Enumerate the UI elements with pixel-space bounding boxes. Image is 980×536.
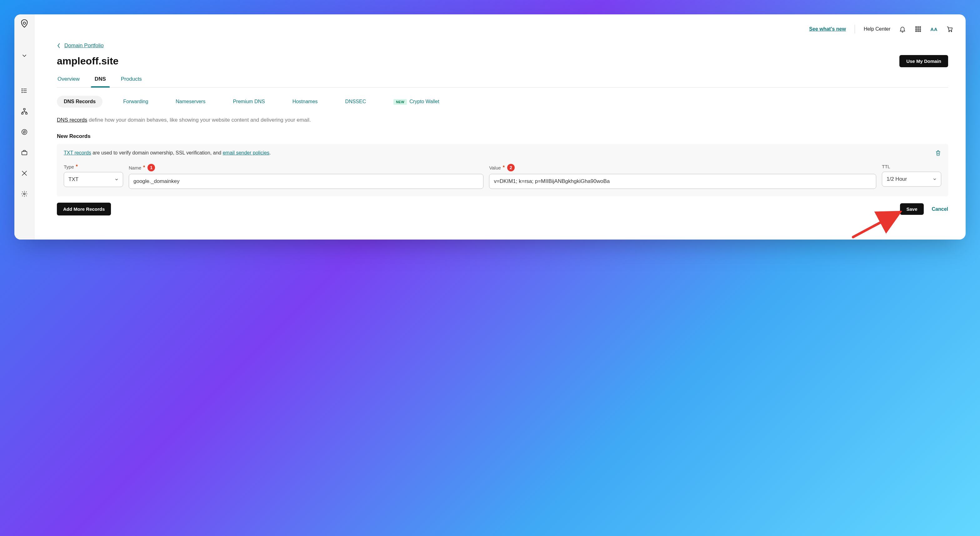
name-required-marker: * [143, 165, 145, 171]
value-label: Value [489, 165, 501, 171]
txt-info-end: . [269, 150, 270, 155]
add-more-records-button[interactable]: Add More Records [57, 203, 111, 215]
tools-icon[interactable] [17, 166, 32, 181]
briefcase-icon[interactable] [17, 145, 32, 160]
subtab-forwarding[interactable]: Forwarding [116, 96, 155, 108]
page-title: ampleoff.site [57, 55, 118, 67]
cancel-button[interactable]: Cancel [932, 206, 948, 212]
svg-point-13 [918, 27, 919, 28]
cart-icon[interactable] [946, 26, 953, 32]
left-rail [14, 14, 34, 239]
chevron-down-icon[interactable] [17, 48, 32, 63]
trash-icon [935, 150, 941, 156]
breadcrumb[interactable]: Domain Portfolio [57, 43, 948, 49]
subtab-crypto-wallet-label: Crypto Wallet [409, 99, 439, 104]
svg-point-14 [920, 27, 921, 28]
svg-rect-10 [22, 152, 27, 155]
subtab-hostnames[interactable]: Hostnames [286, 96, 325, 108]
svg-point-9 [22, 129, 27, 135]
subtab-premium-dns[interactable]: Premium DNS [226, 96, 272, 108]
svg-point-3 [22, 89, 22, 89]
tab-dns[interactable]: DNS [94, 76, 107, 87]
subtab-crypto-wallet[interactable]: NEWCrypto Wallet [387, 96, 446, 108]
callout-badge-2: 2 [507, 164, 515, 171]
godaddy-logo-icon [20, 19, 29, 28]
new-badge: NEW [393, 99, 407, 105]
sitemap-icon[interactable] [17, 104, 32, 119]
subtab-nameservers[interactable]: Nameservers [169, 96, 212, 108]
new-record-card: TXT records are used to verify domain ow… [57, 144, 948, 196]
txt-records-link[interactable]: TXT records [64, 150, 91, 155]
value-input[interactable] [489, 174, 876, 189]
email-policies-link[interactable]: email sender policies [223, 150, 269, 155]
type-label: Type [64, 164, 74, 169]
dns-records-help-link[interactable]: DNS records [57, 117, 87, 123]
svg-point-16 [918, 29, 919, 30]
chevron-left-icon [57, 43, 60, 48]
svg-point-15 [916, 29, 917, 30]
dns-records-description: DNS records define how your domain behav… [57, 117, 948, 123]
svg-point-17 [920, 29, 921, 30]
gear-icon[interactable] [17, 187, 32, 201]
txt-records-info: TXT records are used to verify domain ow… [64, 150, 941, 156]
tab-overview[interactable]: Overview [57, 76, 80, 87]
tab-products[interactable]: Products [120, 76, 143, 87]
svg-point-20 [920, 31, 921, 32]
delete-record-button[interactable] [935, 150, 941, 158]
sub-tabs: DNS Records Forwarding Nameservers Premi… [57, 96, 948, 108]
whats-new-link[interactable]: See what's new [809, 26, 846, 32]
save-button[interactable]: Save [900, 203, 923, 215]
name-label: Name [129, 165, 141, 171]
svg-rect-8 [25, 113, 27, 115]
svg-point-4 [22, 90, 22, 91]
help-center-link[interactable]: Help Center [864, 26, 890, 32]
text-size-button[interactable]: AA [930, 27, 937, 32]
subtab-dnssec[interactable]: DNSSEC [339, 96, 373, 108]
refresh-icon[interactable] [17, 124, 32, 139]
new-records-heading: New Records [57, 133, 948, 139]
svg-point-12 [916, 27, 917, 28]
apps-grid-icon[interactable] [915, 26, 921, 32]
ttl-label: TTL [882, 164, 890, 169]
tabs: Overview DNS Products [57, 76, 948, 88]
svg-point-11 [24, 193, 25, 195]
svg-point-19 [918, 31, 919, 32]
use-my-domain-button[interactable]: Use My Domain [899, 55, 948, 67]
type-select[interactable] [64, 172, 123, 187]
name-input[interactable] [129, 174, 484, 189]
value-required-marker: * [503, 165, 505, 171]
type-required-marker: * [76, 164, 78, 169]
bell-icon[interactable] [899, 26, 906, 32]
svg-point-18 [916, 31, 917, 32]
svg-point-22 [951, 31, 952, 32]
dns-records-description-text: define how your domain behaves, like sho… [87, 117, 310, 123]
ttl-select[interactable] [882, 172, 941, 187]
breadcrumb-link[interactable]: Domain Portfolio [64, 43, 104, 49]
form-actions: Add More Records Save Cancel [57, 203, 948, 215]
svg-rect-6 [24, 108, 25, 110]
svg-point-5 [22, 92, 22, 93]
main-panel: See what's new Help Center AA Domain Por… [34, 14, 966, 239]
svg-point-21 [949, 31, 950, 32]
subtab-dns-records[interactable]: DNS Records [57, 96, 102, 108]
svg-rect-7 [21, 113, 23, 115]
callout-badge-1: 1 [148, 164, 155, 171]
txt-info-mid: are used to verify domain ownership, SSL… [91, 150, 223, 155]
topbar: See what's new Help Center AA [34, 14, 966, 37]
list-icon[interactable] [17, 83, 32, 98]
